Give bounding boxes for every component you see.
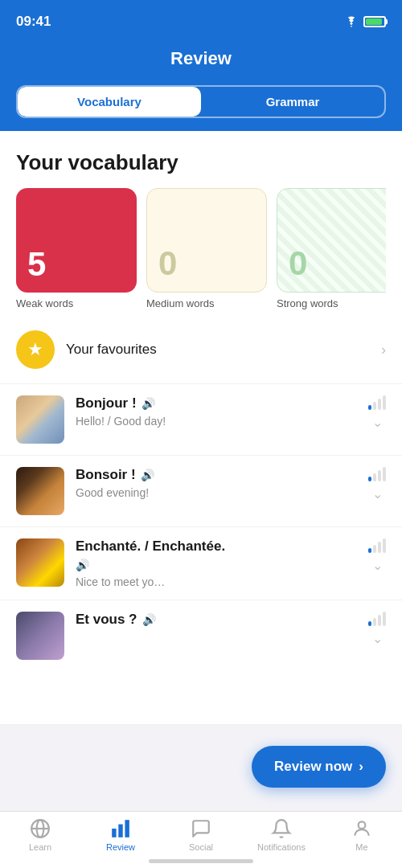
bar-1 <box>368 477 371 481</box>
status-icons <box>344 16 386 27</box>
favourites-row[interactable]: ★ Your favourites › <box>0 316 402 384</box>
notifications-bell-icon <box>271 818 292 839</box>
learn-globe-icon <box>30 818 51 839</box>
wifi-icon <box>344 16 359 27</box>
svg-rect-3 <box>112 829 116 837</box>
vocab-info-1: Bonjour ! 🔊 Hello! / Good day! <box>76 395 362 428</box>
vocab-translation-3: Nice to meet yo… <box>76 575 362 588</box>
expand-btn-1[interactable]: ⌄ <box>372 415 383 430</box>
app-header: Review <box>0 40 402 85</box>
bar-3 <box>378 542 381 553</box>
strong-label: Strong words <box>277 297 338 309</box>
nav-label-me: Me <box>355 842 367 852</box>
me-profile-icon <box>351 818 372 839</box>
tab-group: Vocabulary Grammar <box>16 85 386 118</box>
strength-bars-3 <box>368 538 386 553</box>
strong-words-card[interactable]: 0 <box>277 188 386 293</box>
vocab-right-2: ⌄ <box>368 467 386 502</box>
strength-bars-1 <box>368 395 386 410</box>
bar-2 <box>373 473 376 481</box>
home-indicator <box>149 859 253 863</box>
nav-item-me[interactable]: Me <box>322 818 402 852</box>
expand-btn-3[interactable]: ⌄ <box>372 558 383 573</box>
vocab-word-1: Bonjour ! 🔊 <box>76 395 362 411</box>
vocab-thumb-3 <box>16 538 64 587</box>
review-now-label: Review now <box>274 759 352 775</box>
sound-icon-1[interactable]: 🔊 <box>142 397 155 410</box>
vocabulary-section: Your vocabulary 5 Weak words 0 Medium wo… <box>0 131 402 316</box>
bar-3 <box>378 615 381 626</box>
svg-rect-4 <box>118 825 122 837</box>
medium-count: 0 <box>158 247 255 280</box>
vocab-translation-2: Good evening! <box>76 486 362 499</box>
main-content: Your vocabulary 5 Weak words 0 Medium wo… <box>0 131 402 725</box>
vocabulary-title: Your vocabulary <box>16 150 386 175</box>
tabs-container: Vocabulary Grammar <box>0 85 402 131</box>
vocab-right-1: ⌄ <box>368 395 386 430</box>
review-now-button[interactable]: Review now › <box>252 746 386 788</box>
vocab-item-enchante[interactable]: Enchanté. / Enchantée. 🔊 Nice to meet yo… <box>0 527 402 600</box>
bar-3 <box>378 399 381 410</box>
vocab-word-2: Bonsoir ! 🔊 <box>76 467 362 483</box>
nav-item-notifications[interactable]: Notifications <box>241 818 322 852</box>
star-circle: ★ <box>16 330 55 369</box>
vocab-thumb-4 <box>16 612 64 660</box>
strength-bars-2 <box>368 467 386 481</box>
word-cards-row: 5 Weak words 0 Medium words 0 Strong wor… <box>16 188 386 316</box>
vocab-info-2: Bonsoir ! 🔊 Good evening! <box>76 467 362 499</box>
nav-item-review[interactable]: Review <box>80 818 161 852</box>
bar-4 <box>383 395 386 410</box>
nav-label-review: Review <box>106 842 135 852</box>
tab-grammar[interactable]: Grammar <box>201 87 384 117</box>
svg-point-6 <box>359 821 366 829</box>
vocab-translation-1: Hello! / Good day! <box>76 415 362 428</box>
favourites-label: Your favourites <box>66 342 381 358</box>
review-chart-icon <box>110 818 131 839</box>
bar-4 <box>383 612 386 626</box>
star-icon: ★ <box>27 339 43 360</box>
nav-label-learn: Learn <box>29 842 51 852</box>
nav-item-social[interactable]: Social <box>161 818 241 852</box>
vocab-word-3: Enchanté. / Enchantée. <box>76 538 362 555</box>
svg-rect-5 <box>125 820 129 837</box>
medium-label: Medium words <box>146 297 215 309</box>
vocab-info-3: Enchanté. / Enchantée. 🔊 Nice to meet yo… <box>76 538 362 588</box>
vocab-word-4: Et vous ? 🔊 <box>76 612 362 628</box>
vocab-thumb-1 <box>16 395 64 444</box>
bar-1 <box>368 548 371 553</box>
tab-vocabulary[interactable]: Vocabulary <box>18 87 201 117</box>
strength-bars-4 <box>368 612 386 626</box>
expand-btn-2[interactable]: ⌄ <box>372 486 383 502</box>
vocab-item-bonsoir[interactable]: Bonsoir ! 🔊 Good evening! ⌄ <box>0 456 402 527</box>
sound-icon-2[interactable]: 🔊 <box>141 469 154 481</box>
battery-container <box>363 16 386 27</box>
expand-btn-4[interactable]: ⌄ <box>372 631 383 646</box>
bar-1 <box>368 621 371 626</box>
weak-words-card[interactable]: 5 <box>16 188 137 293</box>
vocab-info-4: Et vous ? 🔊 <box>76 612 362 628</box>
bar-2 <box>373 402 376 410</box>
bar-4 <box>383 538 386 553</box>
strong-count: 0 <box>289 247 385 280</box>
social-chat-icon <box>191 818 211 839</box>
vocab-right-3: ⌄ <box>368 538 386 573</box>
vocab-thumb-2 <box>16 467 64 515</box>
nav-label-notifications: Notifications <box>257 842 306 852</box>
vocab-item-etvous[interactable]: Et vous ? 🔊 ⌄ <box>0 600 402 725</box>
nav-item-learn[interactable]: Learn <box>0 818 80 852</box>
sound-icon-4[interactable]: 🔊 <box>142 613 156 626</box>
bar-2 <box>373 618 376 626</box>
page-title: Review <box>16 48 386 69</box>
bar-3 <box>378 470 381 481</box>
vocab-right-4: ⌄ <box>368 612 386 646</box>
weak-label: Weak words <box>16 297 73 309</box>
sound-icon-3[interactable]: 🔊 <box>76 559 89 571</box>
nav-label-social: Social <box>189 842 213 852</box>
status-time: 09:41 <box>16 14 51 30</box>
status-bar: 09:41 <box>0 0 402 40</box>
vocab-item-bonjour[interactable]: Bonjour ! 🔊 Hello! / Good day! ⌄ <box>0 384 402 456</box>
chevron-right-icon: › <box>381 342 386 358</box>
bar-2 <box>373 545 376 553</box>
weak-count: 5 <box>27 248 125 281</box>
medium-words-card[interactable]: 0 <box>146 188 267 293</box>
